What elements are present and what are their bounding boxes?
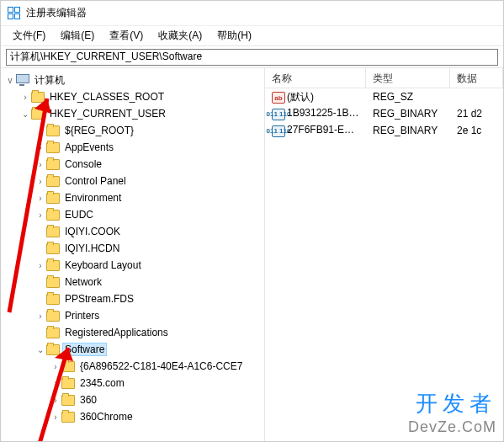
chevron-right-icon[interactable]: › bbox=[34, 194, 46, 203]
tree-item[interactable]: ·IQIYI.HCDN bbox=[4, 240, 264, 257]
value-type: REG_BINARY bbox=[366, 125, 450, 136]
folder-icon bbox=[46, 226, 60, 237]
folder-icon bbox=[46, 142, 60, 153]
folder-icon bbox=[46, 193, 60, 204]
chevron-right-icon[interactable]: › bbox=[50, 396, 61, 405]
tree-label: RegisteredApplications bbox=[63, 327, 170, 338]
tree-twisty-none: · bbox=[34, 328, 46, 338]
menu-view[interactable]: 查看(V) bbox=[103, 27, 150, 45]
list-row[interactable]: ab(默认)REG_SZ bbox=[265, 88, 503, 105]
tree-item[interactable]: ›360Chrome bbox=[4, 408, 264, 425]
tree-label: 2345.com bbox=[78, 377, 126, 389]
tree-item[interactable]: ·IQIYI.COOK bbox=[4, 223, 264, 240]
folder-icon bbox=[31, 92, 45, 103]
folder-icon bbox=[31, 109, 45, 120]
tree-label: {6A896522-C181-40E4-A1C6-CCE7 bbox=[78, 360, 244, 372]
chevron-down-icon[interactable]: ⌄ bbox=[19, 109, 31, 119]
tree-label: HKEY_CLASSES_ROOT bbox=[48, 91, 166, 103]
folder-icon bbox=[61, 378, 75, 389]
tree-label: Control Panel bbox=[63, 175, 128, 187]
tree-item[interactable]: ›360 bbox=[4, 391, 264, 408]
value-name: 1B931225-1B5... bbox=[287, 107, 363, 119]
tree-item[interactable]: ›Console bbox=[4, 156, 264, 173]
menu-file[interactable]: 文件(F) bbox=[6, 27, 52, 45]
chevron-right-icon[interactable]: › bbox=[50, 362, 61, 371]
address-input[interactable] bbox=[6, 49, 498, 66]
menu-bar: 文件(F) 编辑(E) 查看(V) 收藏夹(A) 帮助(H) bbox=[1, 26, 503, 46]
tree-label: Console bbox=[63, 158, 103, 170]
tree-label: 360 bbox=[78, 394, 98, 406]
tree-item[interactable]: ›HKEY_CLASSES_ROOT bbox=[4, 88, 264, 105]
tree-item[interactable]: ›EUDC bbox=[4, 206, 264, 223]
chevron-right-icon[interactable]: › bbox=[50, 379, 61, 388]
tree-item[interactable]: ›Printers bbox=[4, 307, 264, 324]
computer-icon bbox=[16, 74, 29, 86]
folder-icon bbox=[61, 395, 75, 406]
chevron-right-icon[interactable]: › bbox=[34, 312, 46, 321]
chevron-down-icon[interactable]: ⌄ bbox=[34, 345, 46, 354]
tree-item[interactable]: ·PPStream.FDS bbox=[4, 290, 264, 307]
tree-item[interactable]: ›${REG_ROOT} bbox=[4, 122, 264, 139]
list-header: 名称 类型 数据 bbox=[265, 68, 503, 88]
chevron-right-icon[interactable]: › bbox=[34, 126, 46, 136]
list-row[interactable]: 011 1101B931225-1B5...REG_BINARY21 d2 bbox=[265, 105, 503, 122]
tree-twisty-none: · bbox=[34, 244, 46, 253]
tree-item[interactable]: ›AppEvents bbox=[4, 139, 264, 156]
tree-label: ${REG_ROOT} bbox=[63, 125, 135, 136]
tree-panel[interactable]: v 计算机 ›HKEY_CLASSES_ROOT⌄HKEY_CURRENT_US… bbox=[1, 68, 265, 441]
string-value-icon: ab bbox=[272, 92, 285, 104]
folder-icon bbox=[46, 125, 60, 136]
binary-value-icon: 011 110 bbox=[272, 125, 285, 137]
app-icon bbox=[8, 7, 21, 20]
folder-icon bbox=[46, 260, 60, 271]
tree-item[interactable]: ⌄HKEY_CURRENT_USER bbox=[4, 105, 264, 122]
tree-twisty-none: · bbox=[34, 227, 46, 237]
col-type[interactable]: 类型 bbox=[366, 68, 450, 88]
menu-help[interactable]: 帮助(H) bbox=[210, 27, 258, 45]
folder-icon bbox=[46, 159, 60, 170]
list-row[interactable]: 011 11027F6FB91-E2D...REG_BINARY2e 1c bbox=[265, 122, 503, 139]
tree-label: IQIYI.HCDN bbox=[63, 242, 121, 254]
tree-twisty-none: · bbox=[34, 278, 46, 287]
chevron-right-icon[interactable]: › bbox=[34, 210, 46, 220]
chevron-right-icon[interactable]: › bbox=[34, 143, 46, 152]
value-type: REG_BINARY bbox=[366, 108, 450, 120]
tree-root[interactable]: v 计算机 bbox=[4, 72, 264, 88]
value-data: 21 d2 bbox=[450, 108, 503, 120]
address-bar bbox=[1, 46, 503, 68]
tree-label: 360Chrome bbox=[78, 411, 135, 423]
chevron-right-icon[interactable]: › bbox=[50, 413, 61, 422]
menu-edit[interactable]: 编辑(E) bbox=[54, 27, 101, 45]
tree-label: Printers bbox=[63, 310, 101, 322]
value-name: 27F6FB91-E2D... bbox=[287, 124, 365, 136]
tree-item[interactable]: ›Environment bbox=[4, 189, 264, 206]
chevron-right-icon[interactable]: › bbox=[34, 177, 46, 186]
tree-label: PPStream.FDS bbox=[63, 293, 135, 305]
folder-icon bbox=[61, 412, 75, 423]
folder-icon bbox=[46, 311, 60, 322]
menu-favorites[interactable]: 收藏夹(A) bbox=[151, 27, 209, 45]
folder-icon bbox=[46, 294, 60, 305]
value-list[interactable]: 名称 类型 数据 ab(默认)REG_SZ011 1101B931225-1B5… bbox=[265, 68, 503, 441]
tree-label: Network bbox=[63, 276, 103, 288]
folder-icon bbox=[46, 328, 60, 338]
chevron-right-icon[interactable]: › bbox=[34, 261, 46, 270]
tree-item[interactable]: ›{6A896522-C181-40E4-A1C6-CCE7 bbox=[4, 358, 264, 375]
chevron-down-icon[interactable]: v bbox=[4, 76, 16, 85]
col-data[interactable]: 数据 bbox=[450, 68, 503, 88]
tree-item[interactable]: ›Keyboard Layout bbox=[4, 257, 264, 274]
folder-icon bbox=[46, 344, 60, 355]
col-name[interactable]: 名称 bbox=[265, 68, 366, 88]
tree-label: IQIYI.COOK bbox=[63, 226, 122, 237]
chevron-right-icon[interactable]: › bbox=[19, 93, 31, 102]
folder-icon bbox=[61, 361, 75, 372]
tree-label: 计算机 bbox=[33, 73, 66, 88]
binary-value-icon: 011 110 bbox=[272, 109, 285, 120]
tree-item[interactable]: ·Network bbox=[4, 274, 264, 290]
tree-item[interactable]: ›2345.com bbox=[4, 375, 264, 391]
chevron-right-icon[interactable]: › bbox=[34, 160, 46, 169]
tree-item[interactable]: ⌄Software bbox=[4, 341, 264, 358]
tree-item[interactable]: ›Control Panel bbox=[4, 173, 264, 189]
tree-item[interactable]: ·RegisteredApplications bbox=[4, 324, 264, 341]
main-area: v 计算机 ›HKEY_CLASSES_ROOT⌄HKEY_CURRENT_US… bbox=[1, 68, 503, 441]
